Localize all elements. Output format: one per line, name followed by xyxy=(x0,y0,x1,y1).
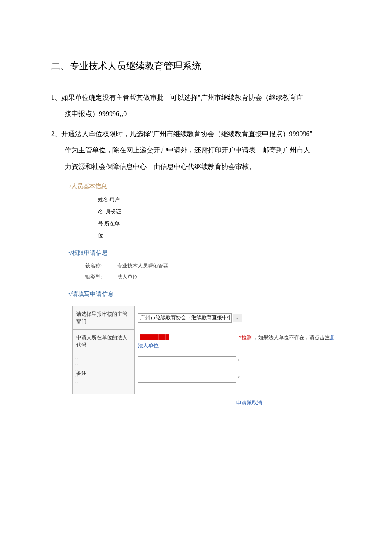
textarea-scroll-icon: ∧∨ xyxy=(237,356,243,392)
action-row: 申请鬣取消 xyxy=(72,399,341,407)
dotted-decoration: ·········· xyxy=(75,356,78,386)
code-input[interactable] xyxy=(138,333,236,342)
auth-value-0: 专业技术人员瞬侑管耍 xyxy=(117,260,168,271)
section-fill-title: •/请填写申请信息 xyxy=(51,291,341,298)
page-heading: 二、专业技术人员继续教育管理系统 xyxy=(51,60,341,73)
application-form: 请选择呈报审核的主管部门 … 申请人所在单位的法人代码 *检测 ，如果法人单位不… xyxy=(51,306,341,407)
basic-info-block: 姓名:用户 名: 身份证 号:所在单 位: xyxy=(51,194,341,241)
item-2-line3: 力资源和社会保障信息中心，由信息中心代继续教育协会审核。 xyxy=(51,159,341,175)
form-row-remark: ·········· 备注 ∧∨ xyxy=(73,353,341,394)
remark-label: 备注 xyxy=(76,370,86,376)
code-label: 申请人所在单位的法人代码 xyxy=(73,329,135,353)
basic-field-1: 名: 身份证 xyxy=(98,206,341,218)
section-basic-info-title: ·/人员基本信息 xyxy=(51,183,341,190)
dept-picker-button[interactable]: … xyxy=(233,314,242,322)
section-auth-info-title: •/权限申请信息 xyxy=(51,249,341,257)
verify-link[interactable]: *检测 xyxy=(239,334,252,340)
item-1-line1: 如果单位确定没有主管帮其做审批，可以选择"广州市继续教育协会（继续教育直 xyxy=(61,94,303,101)
basic-field-2: 号:所在单 xyxy=(98,218,341,230)
item-2-line1: 开通法人单位权限时，凡选择"广州市继续教育协会（继续教育直接申报点）999996… xyxy=(61,130,312,137)
item-2-line2: 作为主管单位，除在网上递交开户申请外，还需打印开户申请表，邮寄到广州市人 xyxy=(51,142,341,158)
form-row-code: 申请人所在单位的法人代码 *检测 ，如果法人单位不存在，请点击注册法人单位 xyxy=(73,329,341,353)
remark-textarea[interactable] xyxy=(138,356,236,383)
form-row-dept: 请选择呈报审核的主管部门 … xyxy=(73,306,341,329)
auth-label-0: 莪名称: xyxy=(85,260,111,271)
form-table: 请选择呈报审核的主管部门 … 申请人所在单位的法人代码 *检测 ，如果法人单位不… xyxy=(72,306,341,394)
submit-cancel-link[interactable]: 申请鬣取消 xyxy=(236,400,262,406)
auth-label-1: 辑类型: xyxy=(85,271,111,282)
auth-info-block: 莪名称: 专业技术人员瞬侑管耍 辑类型: 法人单位 xyxy=(51,260,341,283)
basic-field-0: 姓名:用户 xyxy=(98,194,341,206)
hint-text: ，如果法人单位不存在，请点击注 xyxy=(253,334,330,340)
item-1-num: 1、 xyxy=(51,94,61,101)
basic-field-3: 位: xyxy=(98,230,341,241)
dept-label: 请选择呈报审核的主管部门 xyxy=(73,306,135,329)
dept-input[interactable] xyxy=(138,313,232,323)
instruction-item-1: 1、如果单位确定没有主管帮其做审批，可以选择"广州市继续教育协会（继续教育直 接… xyxy=(51,90,341,122)
instruction-item-2: 2、开通法人单位权限时，凡选择"广州市继续教育协会（继续教育直接申报点）9999… xyxy=(51,126,341,175)
item-2-num: 2、 xyxy=(51,130,61,137)
item-1-line2: 接申报点）999996‚,0 xyxy=(51,106,341,122)
auth-value-1: 法人单位 xyxy=(117,271,138,282)
